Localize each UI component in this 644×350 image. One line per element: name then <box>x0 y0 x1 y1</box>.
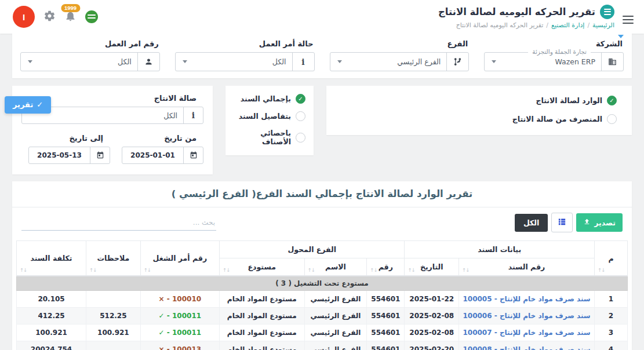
topbar-actions: 1999 I <box>13 6 98 28</box>
cell-cost: 100.921 <box>17 325 86 341</box>
date-from-input[interactable]: 2025-01-01 <box>122 147 203 164</box>
cell-branch-name: الفرع الرئيسي <box>304 341 367 350</box>
col-doc-no[interactable]: رقم السند↓↑ <box>459 258 595 276</box>
check-icon: ✓ <box>37 100 43 109</box>
sort-icon: ↓↑ <box>89 267 96 273</box>
sort-icon: ↓↑ <box>144 267 151 273</box>
cell-warehouse: مستودع المواد الخام <box>220 341 305 350</box>
branch-select[interactable]: الفرع الرئيسي <box>330 52 470 71</box>
doc-voucher-link[interactable]: سند صرف مواد خام للإنتاج - 100005 <box>459 291 595 308</box>
breadcrumb-manufacturing[interactable]: إدارة التصنيع <box>551 21 584 29</box>
report-button[interactable]: ✓ تقرير <box>5 96 51 114</box>
report-button-label: تقرير <box>13 100 33 109</box>
dropdown-caret-icon <box>28 60 32 63</box>
cell-branch-name: الفرع الرئيسي <box>304 308 367 325</box>
search-input[interactable] <box>21 215 216 231</box>
page: تقرير الحركه اليوميه لصالة الانتاج الرئي… <box>0 0 644 350</box>
col-no[interactable]: رقم↓↑ <box>367 258 405 276</box>
export-button[interactable]: تصدير <box>576 213 623 232</box>
menu-toggle-button[interactable] <box>623 10 634 30</box>
settings-button[interactable] <box>43 10 56 24</box>
notifications-button[interactable]: 1999 <box>64 10 77 24</box>
cell-date: 2025-02-08 <box>405 308 459 325</box>
work-order-status-select[interactable]: i الكل <box>175 52 315 71</box>
dropdown-caret-icon <box>183 60 187 63</box>
cell-date: 2025-02-08 <box>405 325 459 341</box>
filters-bar: الشركة تجارة الجملة والتجزئة Wazen ERP ا… <box>12 34 632 78</box>
cell-work-order: ✓ - 100011 <box>140 308 219 325</box>
breadcrumb-current: تقرير الحركه اليوميه لصالة الانتاج <box>456 21 544 29</box>
work-order-status-label: حالة أمر العمل <box>176 39 314 48</box>
report-card: تقرير الوارد لصالة الانتاج بإجمالي السند… <box>12 181 632 350</box>
cell-work-order: × - 100013 <box>140 341 219 350</box>
user-avatar[interactable]: I <box>13 6 35 28</box>
doc-voucher-link[interactable]: سند صرف مواد خام للإنتاج - 100006 <box>459 308 595 325</box>
cell-branch-name: الفرع الرئيسي <box>304 291 367 308</box>
calendar-icon <box>183 147 203 163</box>
work-order-number-select[interactable]: الكل <box>20 52 160 71</box>
breadcrumb-home[interactable]: الرئيسية <box>592 21 614 29</box>
option-by-voucher-details[interactable]: بتفاصيل السند <box>234 111 305 121</box>
company-value: Wazen ERP <box>499 57 601 66</box>
col-warehouse[interactable]: مستودع↓↑ <box>220 258 305 276</box>
info-icon: i <box>292 53 314 71</box>
topbar-title-area: تقرير الحركه اليوميه لصالة الانتاج الرئي… <box>438 5 634 30</box>
col-name[interactable]: الاسم↓↑ <box>304 258 367 276</box>
option-by-item-statistics[interactable]: باحصائي الأصناف <box>234 129 305 146</box>
sort-icon: ↓↑ <box>20 267 27 273</box>
branch-filter: الفرع الفرع الرئيسي <box>330 38 470 71</box>
option-outgoing-from-hall[interactable]: المنصرف من صالة الانتاج <box>341 114 617 124</box>
cell-cost: 20.105 <box>17 291 86 308</box>
doc-voucher-link[interactable]: سند صرف مواد خام للإنتاج - 100008 <box>459 341 595 350</box>
col-work-order[interactable]: رقم أمر الشغل↓↑ <box>140 241 219 276</box>
cell-notes <box>86 341 141 350</box>
cell-notes <box>86 291 141 308</box>
group-row: مستودع تحت التشغيل ( 3 ) <box>17 276 628 291</box>
cell-work-order: × - 100010 <box>140 291 219 308</box>
breadcrumb-separator: / <box>546 21 548 29</box>
cell-branch-name: الفرع الرئيسي <box>304 325 367 341</box>
company-filter: الشركة تجارة الجملة والتجزئة Wazen ERP <box>484 38 624 71</box>
table-view-button[interactable] <box>551 213 573 232</box>
avatar-letter: I <box>23 12 25 22</box>
table-row: 4 سند صرف مواد خام للإنتاج - 100008 2025… <box>17 341 628 350</box>
show-all-button-label: الكل <box>523 218 539 227</box>
dropdown-caret-icon <box>337 60 342 63</box>
table-body: مستودع تحت التشغيل ( 3 ) 1 سند صرف مواد … <box>17 276 628 350</box>
col-seq[interactable]: م↓↑ <box>595 241 628 276</box>
report-toolbar: تصدير الكل <box>12 207 632 238</box>
col-notes[interactable]: ملاحظات↓↑ <box>86 241 141 276</box>
date-to-input[interactable]: 2025-05-13 <box>28 147 110 164</box>
doc-voucher-link[interactable]: سند صرف مواد خام للإنتاج - 100007 <box>459 325 595 341</box>
report-table: م↓↑ بيانات السند الفرع المحول رقم أمر ال… <box>16 240 628 350</box>
radio-icon <box>296 111 305 121</box>
dropdown-caret-icon <box>492 60 496 63</box>
language-flag-icon[interactable] <box>85 10 98 23</box>
col-group-branch: الفرع المحول <box>220 241 405 258</box>
gear-icon <box>43 10 56 24</box>
export-button-label: تصدير <box>594 218 616 227</box>
show-all-button[interactable]: الكل <box>515 214 548 232</box>
company-select[interactable]: تجارة الجملة والتجزئة Wazen ERP <box>484 52 624 71</box>
cell-cost: 412.25 <box>17 308 86 325</box>
company-group-label: تجارة الجملة والتجزئة <box>528 48 591 55</box>
info-icon: i <box>183 107 203 123</box>
title-block: تقرير الحركه اليوميه لصالة الانتاج الرئي… <box>438 5 614 29</box>
report-list-icon <box>600 5 614 19</box>
topbar: تقرير الحركه اليوميه لصالة الانتاج الرئي… <box>0 0 644 34</box>
branch-icon <box>446 53 468 71</box>
radio-icon <box>296 94 305 104</box>
page-title: تقرير الحركه اليوميه لصالة الانتاج <box>438 6 595 17</box>
report-options-row: ✓ تقرير الوارد لصالة الانتاج المنصرف من … <box>12 86 632 174</box>
cell-branch-no: 554601 <box>367 291 405 308</box>
cell-seq: 2 <box>595 308 628 325</box>
cell-seq: 1 <box>595 291 628 308</box>
col-cost[interactable]: تكلفة السند↓↑ <box>17 241 86 276</box>
col-date[interactable]: التاريخ↓↑ <box>405 258 459 276</box>
collapse-caret-icon[interactable] <box>618 35 624 38</box>
option-by-voucher-total[interactable]: بإجمالي السند <box>234 94 305 104</box>
date-to-value: 2025-05-13 <box>29 151 90 159</box>
flow-options-card: الوارد لصالة الانتاج المنصرف من صالة الا… <box>326 86 632 135</box>
option-incoming-to-hall[interactable]: الوارد لصالة الانتاج <box>341 96 617 105</box>
cell-warehouse: مستودع المواد الخام <box>220 291 305 308</box>
